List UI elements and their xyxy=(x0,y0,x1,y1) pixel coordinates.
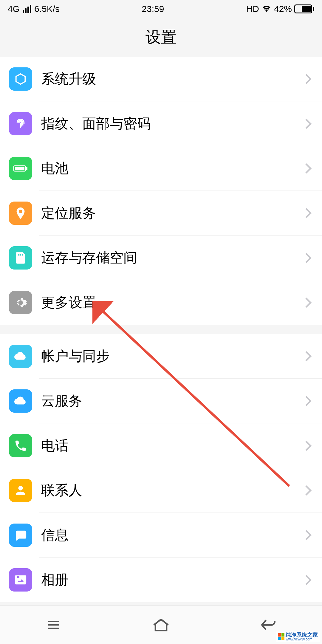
row-label: 指纹、面部与密码 xyxy=(41,114,303,133)
settings-row-battery[interactable]: 电池 xyxy=(0,146,322,191)
battery-percentage: 42% xyxy=(274,4,292,14)
network-speed: 6.5K/s xyxy=(34,4,60,14)
chevron-right-icon xyxy=(301,298,312,308)
row-label: 联系人 xyxy=(41,481,303,500)
battery-icon xyxy=(9,157,32,180)
message-icon xyxy=(9,524,32,547)
fingerprint-icon xyxy=(9,112,32,135)
nav-menu-button[interactable] xyxy=(42,613,66,637)
svg-rect-1 xyxy=(26,167,27,170)
wifi-icon xyxy=(261,3,272,15)
row-label: 更多设置 xyxy=(41,293,303,312)
cloud-icon xyxy=(9,389,32,413)
row-label: 相册 xyxy=(41,571,303,589)
status-left: 4G 6.5K/s xyxy=(8,4,60,14)
settings-group: 帐户与同步云服务电话联系人信息相册 xyxy=(0,334,322,602)
page-title: 设置 xyxy=(145,27,177,48)
chevron-right-icon xyxy=(301,119,312,129)
row-label: 云服务 xyxy=(41,392,303,410)
settings-row-location[interactable]: 定位服务 xyxy=(0,191,322,236)
phone-icon xyxy=(9,434,32,457)
watermark-name: 纯净系统之家 xyxy=(286,632,318,637)
chevron-right-icon xyxy=(301,396,312,406)
network-type: 4G xyxy=(8,4,20,14)
row-label: 运存与存储空间 xyxy=(41,249,303,267)
signal-icon xyxy=(23,5,31,13)
hd-indicator: HD xyxy=(246,4,259,14)
watermark-logo-icon xyxy=(278,633,284,640)
watermark: 纯净系统之家 www.ycwgjy.com xyxy=(276,631,320,642)
watermark-url: www.ycwgjy.com xyxy=(286,637,318,641)
settings-row-cloud-service[interactable]: 云服务 xyxy=(0,379,322,423)
navigation-bar xyxy=(0,605,322,644)
settings-row-gallery[interactable]: 相册 xyxy=(0,558,322,602)
chevron-right-icon xyxy=(301,485,312,496)
battery-icon xyxy=(294,4,314,13)
svg-rect-2 xyxy=(15,167,24,170)
sd-card-icon xyxy=(9,246,32,270)
settings-row-more-settings[interactable]: 更多设置 xyxy=(0,280,322,325)
row-label: 电池 xyxy=(41,159,303,178)
status-bar: 4G 6.5K/s 23:59 HD 42% xyxy=(0,0,322,18)
row-label: 电话 xyxy=(41,436,303,455)
chevron-right-icon xyxy=(301,163,312,174)
person-icon xyxy=(9,479,32,502)
settings-row-contacts[interactable]: 联系人 xyxy=(0,468,322,513)
row-label: 定位服务 xyxy=(41,204,303,222)
chevron-right-icon xyxy=(301,441,312,451)
status-right: HD 42% xyxy=(246,3,314,15)
settings-row-storage[interactable]: 运存与存储空间 xyxy=(0,236,322,280)
settings-group: 系统升级指纹、面部与密码电池定位服务运存与存储空间更多设置 xyxy=(0,57,322,325)
settings-row-fingerprint-face-password[interactable]: 指纹、面部与密码 xyxy=(0,101,322,146)
settings-row-account-sync[interactable]: 帐户与同步 xyxy=(0,334,322,379)
page-header: 设置 xyxy=(0,18,322,57)
chevron-right-icon xyxy=(301,208,312,218)
gear-icon xyxy=(9,291,32,314)
status-time: 23:59 xyxy=(142,4,164,14)
location-icon xyxy=(9,202,32,225)
settings-row-phone[interactable]: 电话 xyxy=(0,423,322,468)
row-label: 系统升级 xyxy=(41,70,303,88)
settings-row-system-update[interactable]: 系统升级 xyxy=(0,57,322,101)
chevron-right-icon xyxy=(301,351,312,361)
cloud-sync-icon xyxy=(9,345,32,368)
chevron-right-icon xyxy=(301,530,312,540)
cube-icon xyxy=(9,67,32,91)
chevron-right-icon xyxy=(301,575,312,585)
nav-home-button[interactable] xyxy=(149,613,173,637)
chevron-right-icon xyxy=(301,74,312,84)
picture-icon xyxy=(9,568,32,592)
chevron-right-icon xyxy=(301,253,312,263)
row-label: 帐户与同步 xyxy=(41,347,303,366)
settings-row-messages[interactable]: 信息 xyxy=(0,513,322,558)
row-label: 信息 xyxy=(41,526,303,544)
